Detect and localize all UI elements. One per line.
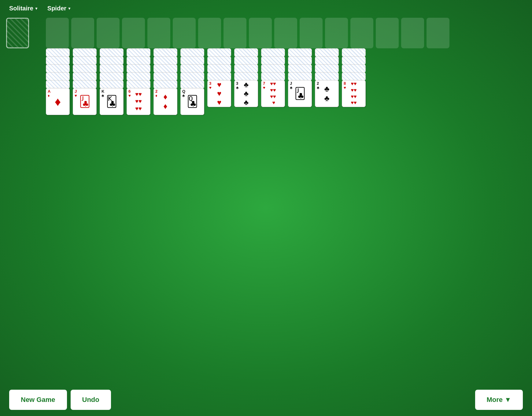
tableau-column-4[interactable]: 2♦ ♦♦: [153, 48, 178, 115]
card-center: ♥♥♥: [217, 80, 221, 107]
more-button[interactable]: More ▼: [475, 390, 523, 410]
card-center: ♥♥♥♥♥♥: [135, 91, 142, 112]
tableau-column-7[interactable]: 3♣ ♣♣♣: [234, 48, 259, 115]
card-back: [180, 80, 204, 89]
card-center: ♦♦: [163, 92, 167, 111]
card-back: [342, 72, 366, 81]
foundation-slot-7[interactable]: [198, 18, 221, 48]
foundation-slot-2[interactable]: [71, 18, 94, 48]
card-back: [73, 56, 97, 65]
card-face-image: 🃛: [288, 80, 312, 107]
foundation-slot-11[interactable]: [300, 18, 323, 48]
card-back: [207, 72, 231, 81]
card-back: [46, 72, 70, 81]
card-back: [153, 64, 177, 73]
card-jack-clubs[interactable]: J♣ 🃛: [288, 80, 312, 107]
spider-dropdown-arrow: ▼: [68, 6, 71, 11]
card-back: [261, 48, 285, 57]
undo-button[interactable]: Undo: [71, 390, 111, 410]
bottom-bar: New Game Undo More ▼: [0, 390, 532, 410]
card-rank-suit: 3♣: [236, 81, 239, 90]
foundation-slot-10[interactable]: [274, 18, 297, 48]
card-back: [315, 56, 339, 65]
solitaire-menu-button[interactable]: Solitaire ▼: [6, 3, 41, 14]
stock-pile[interactable]: [6, 18, 29, 48]
tableau-column-1[interactable]: J♥ 🃛: [73, 48, 97, 115]
card-eight-hearts[interactable]: 8♥ ♥♥♥♥♥♥♥♥: [342, 80, 366, 107]
card-back: [100, 80, 124, 89]
card-face-image: 🃞: [100, 88, 123, 115]
card-back: [73, 48, 97, 57]
foundation-slot-5[interactable]: [147, 18, 170, 48]
card-rank-suit: 3♥: [209, 81, 212, 90]
header: Solitaire ▼ Spider ▼: [0, 0, 532, 17]
card-rank-suit: 2♣: [317, 81, 320, 90]
card-rank-suit: 6♥: [128, 89, 131, 98]
foundation-slot-8[interactable]: [224, 18, 246, 48]
tableau-column-5[interactable]: Q♣ 🃝: [180, 48, 205, 115]
solitaire-label: Solitaire: [9, 5, 33, 12]
foundation-slot-1[interactable]: [46, 18, 69, 48]
foundation-slot-14[interactable]: [376, 18, 399, 48]
spider-menu-button[interactable]: Spider ▼: [44, 3, 74, 14]
card-six-hearts[interactable]: 6♥ ♥♥♥♥♥♥: [127, 88, 150, 115]
card-face-image: 🃝: [181, 88, 204, 115]
card-back: [127, 48, 150, 57]
card-three-clubs[interactable]: 3♣ ♣♣♣: [234, 80, 258, 107]
foundation-slot-13[interactable]: [350, 18, 373, 48]
tableau-column-0[interactable]: A♦ ♦: [46, 48, 70, 115]
card-back: [288, 64, 312, 73]
tableau: A♦ ♦ J♥ 🃛 K♣ 🃞 6♥ ♥♥♥: [46, 48, 366, 115]
card-back: [46, 80, 70, 89]
tableau-column-3[interactable]: 6♥ ♥♥♥♥♥♥: [127, 48, 151, 115]
card-face-image: 🃛: [73, 88, 96, 115]
card-rank-suit: 7♥: [263, 81, 265, 90]
foundation-slot-12[interactable]: [325, 18, 348, 48]
card-back: [127, 64, 150, 73]
tableau-column-8[interactable]: 7♥ ♥♥♥♥♥♥ ♥: [261, 48, 286, 115]
foundation-slot-3[interactable]: [97, 18, 120, 48]
card-two-clubs[interactable]: 2♣ ♣♣: [315, 80, 339, 107]
card-back: [100, 72, 124, 81]
foundation-slot-6[interactable]: [173, 18, 196, 48]
new-game-button[interactable]: New Game: [9, 390, 67, 410]
foundation-slots: [46, 18, 449, 48]
card-back: [127, 72, 150, 81]
foundation-slot-15[interactable]: [401, 18, 424, 48]
tableau-column-10[interactable]: 2♣ ♣♣: [315, 48, 339, 115]
card-back: [180, 72, 204, 81]
card-two-diamonds[interactable]: 2♦ ♦♦: [153, 88, 177, 115]
card-jack-hearts[interactable]: J♥ 🃛: [73, 88, 97, 115]
card-back: [153, 72, 177, 81]
tableau-column-9[interactable]: J♣ 🃛: [288, 48, 312, 115]
card-king-clubs[interactable]: K♣ 🃞: [100, 88, 124, 115]
card-ace-diamonds[interactable]: A♦ ♦: [46, 88, 70, 115]
card-three-hearts[interactable]: 3♥ ♥♥♥: [207, 80, 231, 107]
card-back: [234, 56, 258, 65]
card-back: [73, 80, 97, 89]
card-center: ♥♥♥♥♥♥ ♥: [270, 81, 276, 106]
tableau-column-2[interactable]: K♣ 🃞: [100, 48, 124, 115]
bottom-left-buttons: New Game Undo: [9, 390, 111, 410]
card-back: [342, 64, 366, 73]
tableau-column-11[interactable]: 8♥ ♥♥♥♥♥♥♥♥: [342, 48, 366, 115]
card-back: [46, 48, 70, 57]
card-center: ♣♣♣: [244, 80, 249, 107]
card-back: [46, 64, 70, 73]
tableau-column-6[interactable]: 3♥ ♥♥♥: [207, 48, 232, 115]
card-back: [315, 64, 339, 73]
card-back: [153, 48, 177, 57]
foundation-slot-16[interactable]: [427, 18, 449, 48]
foundation-slot-9[interactable]: [249, 18, 272, 48]
card-back: [234, 72, 258, 81]
card-back: [207, 64, 231, 73]
card-back: [342, 48, 366, 57]
card-back: [46, 56, 70, 65]
card-seven-hearts[interactable]: 7♥ ♥♥♥♥♥♥ ♥: [261, 80, 285, 107]
card-back: [100, 48, 124, 57]
card-rank-suit: 2♦: [155, 89, 157, 98]
card-back: [180, 64, 204, 73]
card-queen-clubs[interactable]: Q♣ 🃝: [180, 88, 204, 115]
foundation-slot-4[interactable]: [122, 18, 145, 48]
card-back: [73, 72, 97, 81]
